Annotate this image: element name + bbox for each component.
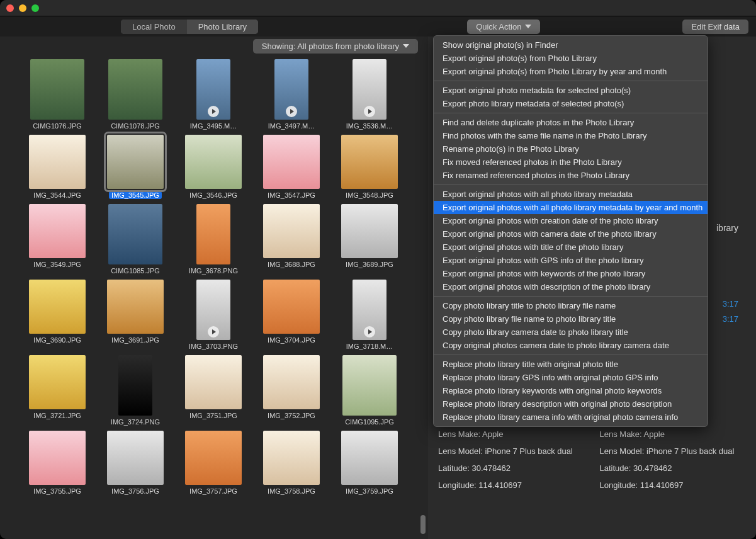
- thumbnail-image[interactable]: [107, 135, 164, 189]
- thumbnail-cell[interactable]: CIMG1076.JPG: [29, 59, 86, 130]
- thumbnail-image[interactable]: [263, 135, 320, 189]
- thumbnail-cell[interactable]: IMG_3757.JPG: [185, 431, 242, 495]
- menu-item[interactable]: Export original photos with all photo li…: [434, 188, 708, 201]
- menu-item[interactable]: Fix moved referenced photos in the Photo…: [434, 156, 708, 169]
- thumbnail-image[interactable]: [29, 355, 86, 409]
- menu-item[interactable]: Export original photos with all photo li…: [434, 201, 708, 214]
- thumbnail-cell[interactable]: IMG_3751.JPG: [185, 355, 242, 426]
- menu-item[interactable]: Replace photo library GPS info with orig…: [434, 371, 708, 384]
- thumbnail-image[interactable]: [196, 280, 230, 340]
- menu-item[interactable]: Replace photo library camera info with o…: [434, 411, 708, 424]
- thumbnail-image[interactable]: [29, 431, 86, 485]
- thumbnail-image[interactable]: [263, 280, 320, 334]
- thumbnail-cell[interactable]: IMG_3549.JPG: [29, 204, 86, 275]
- thumbnail-image[interactable]: [263, 355, 320, 409]
- menu-item[interactable]: Export original photos with GPS info of …: [434, 254, 708, 267]
- thumbnail-cell[interactable]: IMG_3718.M…: [341, 280, 398, 350]
- thumbnail-image[interactable]: [196, 204, 230, 264]
- thumbnail-image[interactable]: [185, 431, 242, 485]
- menu-item[interactable]: Copy photo library file name to photo li…: [434, 312, 708, 326]
- thumbnail-cell[interactable]: IMG_3547.JPG: [263, 135, 320, 199]
- thumbnail-cell[interactable]: IMG_3691.JPG: [107, 280, 164, 350]
- thumbnail-cell[interactable]: IMG_3690.JPG: [29, 280, 86, 350]
- thumbnail-image[interactable]: [353, 280, 386, 340]
- menu-item[interactable]: Export original photos with title of the…: [434, 241, 708, 254]
- thumbnail-cell[interactable]: CIMG1095.JPG: [341, 355, 398, 426]
- thumbnail-image[interactable]: [341, 431, 398, 485]
- thumbnail-cell[interactable]: IMG_3755.JPG: [29, 431, 86, 495]
- menu-item[interactable]: Export original photo metadata for selec…: [434, 84, 708, 97]
- thumbnail-cell[interactable]: IMG_3721.JPG: [29, 355, 86, 426]
- thumbnail-image[interactable]: [341, 135, 398, 189]
- metadata-value[interactable]: 3:17: [723, 314, 738, 324]
- thumbnail-image[interactable]: [342, 355, 397, 416]
- minimize-window-icon[interactable]: [19, 4, 26, 12]
- thumbnail-cell[interactable]: IMG_3704.JPG: [263, 280, 320, 350]
- thumbnail-image[interactable]: [263, 204, 320, 258]
- menu-item[interactable]: Export original photo(s) from Photo Libr…: [434, 52, 708, 65]
- thumbnail-cell[interactable]: IMG_3703.PNG: [185, 280, 242, 350]
- filter-dropdown[interactable]: Showing: All photos from photo library: [253, 39, 418, 54]
- thumbnail-image[interactable]: [353, 59, 386, 120]
- menu-item[interactable]: Export original photo(s) from Photo Libr…: [434, 65, 708, 78]
- thumbnail-cell[interactable]: IMG_3544.JPG: [29, 135, 86, 199]
- thumbnail-cell[interactable]: IMG_3758.JPG: [263, 431, 320, 495]
- thumbnail-image[interactable]: [185, 355, 242, 409]
- menu-item[interactable]: Copy original photos camera date to phot…: [434, 339, 708, 352]
- menu-item[interactable]: Export original photos with keywords of …: [434, 267, 708, 280]
- menu-item[interactable]: Find and delete duplicate photos in the …: [434, 116, 708, 129]
- thumbnail-cell[interactable]: IMG_3495.M…: [185, 59, 242, 130]
- thumbnail-image[interactable]: [30, 59, 84, 120]
- menu-item[interactable]: Rename photo(s) in the Photo Library: [434, 142, 708, 156]
- thumbnail-cell[interactable]: IMG_3759.JPG: [341, 431, 398, 495]
- quick-action-button[interactable]: Quick Action: [467, 20, 540, 34]
- thumbnail-cell[interactable]: IMG_3545.JPG: [107, 135, 164, 199]
- thumbnail-filename: IMG_3497.M…: [268, 122, 315, 130]
- thumbnail-image[interactable]: [118, 355, 152, 416]
- thumbnail-cell[interactable]: IMG_3756.JPG: [107, 431, 164, 495]
- thumbnail-image[interactable]: [274, 59, 308, 120]
- thumbnail-image[interactable]: [29, 204, 86, 258]
- menu-item[interactable]: Fix renamed referenced photos in the Pho…: [434, 169, 708, 182]
- thumbnail-image[interactable]: [108, 204, 162, 264]
- thumbnail-filename: IMG_3547.JPG: [268, 191, 315, 199]
- scrollbar-thumb[interactable]: [420, 515, 426, 534]
- thumbnail-image[interactable]: [341, 204, 398, 258]
- tab-photo-library[interactable]: Photo Library: [187, 20, 258, 34]
- metadata-value[interactable]: 3:17: [723, 299, 738, 309]
- thumbnail-cell[interactable]: CIMG1078.JPG: [107, 59, 164, 130]
- thumbnail-image[interactable]: [196, 59, 230, 120]
- thumbnail-cell[interactable]: IMG_3536.M…: [341, 59, 398, 130]
- thumbnail-cell[interactable]: IMG_3689.JPG: [341, 204, 398, 275]
- thumbnail-cell[interactable]: IMG_3724.PNG: [107, 355, 164, 426]
- menu-item[interactable]: Replace photo library description with o…: [434, 397, 708, 411]
- menu-item[interactable]: Copy photo library title to photo librar…: [434, 299, 708, 312]
- thumbnail-image[interactable]: [29, 135, 86, 189]
- thumbnail-image[interactable]: [263, 431, 320, 485]
- thumbnail-image[interactable]: [107, 280, 164, 334]
- thumbnail-image[interactable]: [29, 280, 86, 334]
- menu-item[interactable]: Replace photo library keywords with orig…: [434, 384, 708, 397]
- menu-item[interactable]: Find photos with the same file name in t…: [434, 129, 708, 142]
- close-window-icon[interactable]: [6, 4, 14, 12]
- menu-item[interactable]: Show original photo(s) in Finder: [434, 38, 708, 52]
- menu-item[interactable]: Copy photo library camera date to photo …: [434, 326, 708, 339]
- thumbnail-cell[interactable]: IMG_3497.M…: [263, 59, 320, 130]
- edit-exif-button[interactable]: Edit Exif data: [682, 20, 748, 34]
- thumbnail-image[interactable]: [107, 431, 164, 485]
- tab-local-photo[interactable]: Local Photo: [121, 20, 187, 34]
- thumbnail-cell[interactable]: IMG_3752.JPG: [263, 355, 320, 426]
- thumbnail-cell[interactable]: CIMG1085.JPG: [107, 204, 164, 275]
- thumbnail-cell[interactable]: IMG_3678.PNG: [185, 204, 242, 275]
- thumbnail-cell[interactable]: IMG_3546.JPG: [185, 135, 242, 199]
- menu-item[interactable]: Replace photo library title with origina…: [434, 358, 708, 371]
- zoom-window-icon[interactable]: [31, 4, 39, 12]
- menu-item[interactable]: Export photo library metadata of selecte…: [434, 97, 708, 110]
- thumbnail-cell[interactable]: IMG_3688.JPG: [263, 204, 320, 275]
- thumbnail-cell[interactable]: IMG_3548.JPG: [341, 135, 398, 199]
- thumbnail-image[interactable]: [185, 135, 242, 189]
- menu-item[interactable]: Export original photos with creation dat…: [434, 214, 708, 227]
- thumbnail-image[interactable]: [108, 59, 162, 120]
- menu-item[interactable]: Export original photos with camera date …: [434, 227, 708, 241]
- menu-item[interactable]: Export original photos with description …: [434, 280, 708, 293]
